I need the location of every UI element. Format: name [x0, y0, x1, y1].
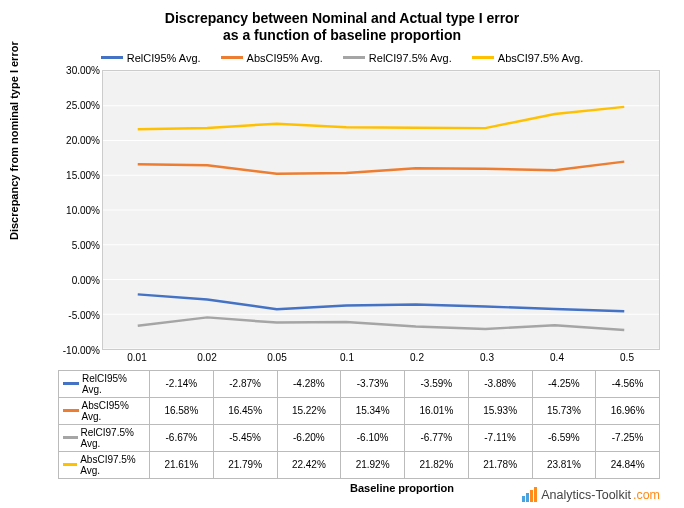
legend-swatch [221, 56, 243, 59]
table-cell: -6.77% [405, 424, 469, 451]
x-tick-label: 0.02 [187, 352, 227, 363]
series-name: AbsCI95% Avg. [59, 400, 149, 422]
x-tick-label: 0.4 [537, 352, 577, 363]
data-table-body: RelCI95% Avg.-2.14%-2.87%-4.28%-3.73%-3.… [59, 370, 660, 478]
table-cell: 21.61% [150, 451, 214, 478]
y-tick-label: 30.00% [54, 64, 100, 75]
legend-label: RelCI95% Avg. [127, 52, 201, 64]
logo-bars-icon [522, 487, 537, 502]
chart-area: -10.00%-5.00%0.00%5.00%10.00%15.00%20.00… [58, 70, 660, 370]
table-cell: 21.92% [341, 451, 405, 478]
y-tick-label: 5.00% [54, 239, 100, 250]
table-cell: -3.59% [405, 370, 469, 397]
plot-svg [103, 71, 659, 349]
table-cell: 21.82% [405, 451, 469, 478]
legend-item: RelCI97.5% Avg. [343, 52, 452, 64]
legend-item: AbsCI95% Avg. [221, 52, 323, 64]
series-swatch [63, 436, 78, 439]
table-cell: -7.11% [468, 424, 532, 451]
logo: Analytics-Toolkit.com [522, 487, 660, 502]
table-cell: -6.67% [150, 424, 214, 451]
legend: RelCI95% Avg. AbsCI95% Avg. RelCI97.5% A… [0, 48, 684, 70]
series-swatch [63, 382, 79, 385]
x-tick-label: 0.05 [257, 352, 297, 363]
table-cell: -2.87% [213, 370, 277, 397]
table-row: RelCI97.5% Avg.-6.67%-5.45%-6.20%-6.10%-… [59, 424, 660, 451]
table-cell: 24.84% [596, 451, 660, 478]
table-cell: 15.34% [341, 397, 405, 424]
chart-container: { "chart_data": { "type": "line", "title… [0, 0, 684, 508]
table-row: AbsCI95% Avg.16.58%16.45%15.22%15.34%16.… [59, 397, 660, 424]
table-cell: 16.96% [596, 397, 660, 424]
y-tick-label: 0.00% [54, 274, 100, 285]
table-cell: 21.78% [468, 451, 532, 478]
chart-title: Discrepancy between Nominal and Actual t… [0, 0, 684, 48]
table-cell: 22.42% [277, 451, 341, 478]
series-name: RelCI95% Avg. [59, 373, 149, 395]
table-cell: 15.73% [532, 397, 596, 424]
legend-label: AbsCI95% Avg. [247, 52, 323, 64]
table-cell: -4.28% [277, 370, 341, 397]
table-cell: 16.58% [150, 397, 214, 424]
y-tick-label: -10.00% [54, 344, 100, 355]
x-tick-label: 0.01 [117, 352, 157, 363]
y-tick-label: 15.00% [54, 169, 100, 180]
y-tick-label: 10.00% [54, 204, 100, 215]
y-axis-label: Discrepancy from nominal type I error [8, 41, 20, 240]
table-cell: -6.20% [277, 424, 341, 451]
y-tick-label: -5.00% [54, 309, 100, 320]
table-cell: 16.01% [405, 397, 469, 424]
table-row: AbsCI97.5% Avg.21.61%21.79%22.42%21.92%2… [59, 451, 660, 478]
x-tick-label: 0.2 [397, 352, 437, 363]
legend-label: AbsCI97.5% Avg. [498, 52, 583, 64]
table-cell: -2.14% [150, 370, 214, 397]
legend-swatch [343, 56, 365, 59]
table-cell: -6.59% [532, 424, 596, 451]
series-swatch [63, 463, 77, 466]
table-cell: 16.45% [213, 397, 277, 424]
series-swatch [63, 409, 79, 412]
table-cell: -4.56% [596, 370, 660, 397]
x-tick-label: 0.3 [467, 352, 507, 363]
series-name: AbsCI97.5% Avg. [59, 454, 149, 476]
y-tick-label: 20.00% [54, 134, 100, 145]
title-line-2: as a function of baseline proportion [0, 27, 684, 44]
table-cell: 15.93% [468, 397, 532, 424]
table-cell: -6.10% [341, 424, 405, 451]
table-cell: 15.22% [277, 397, 341, 424]
table-cell: -4.25% [532, 370, 596, 397]
x-tick-label: 0.5 [607, 352, 647, 363]
legend-swatch [101, 56, 123, 59]
logo-text: Analytics-Toolkit [541, 488, 631, 502]
logo-tld: .com [633, 488, 660, 502]
data-table: RelCI95% Avg.-2.14%-2.87%-4.28%-3.73%-3.… [58, 370, 660, 479]
table-row: RelCI95% Avg.-2.14%-2.87%-4.28%-3.73%-3.… [59, 370, 660, 397]
title-line-1: Discrepancy between Nominal and Actual t… [0, 10, 684, 27]
legend-item: RelCI95% Avg. [101, 52, 201, 64]
legend-swatch [472, 56, 494, 59]
table-cell: 23.81% [532, 451, 596, 478]
legend-label: RelCI97.5% Avg. [369, 52, 452, 64]
x-tick-label: 0.1 [327, 352, 367, 363]
table-cell: -3.88% [468, 370, 532, 397]
table-cell: -5.45% [213, 424, 277, 451]
table-cell: -7.25% [596, 424, 660, 451]
series-name: RelCI97.5% Avg. [59, 427, 149, 449]
table-cell: -3.73% [341, 370, 405, 397]
legend-item: AbsCI97.5% Avg. [472, 52, 583, 64]
plot-area [102, 70, 660, 350]
y-tick-label: 25.00% [54, 99, 100, 110]
table-cell: 21.79% [213, 451, 277, 478]
